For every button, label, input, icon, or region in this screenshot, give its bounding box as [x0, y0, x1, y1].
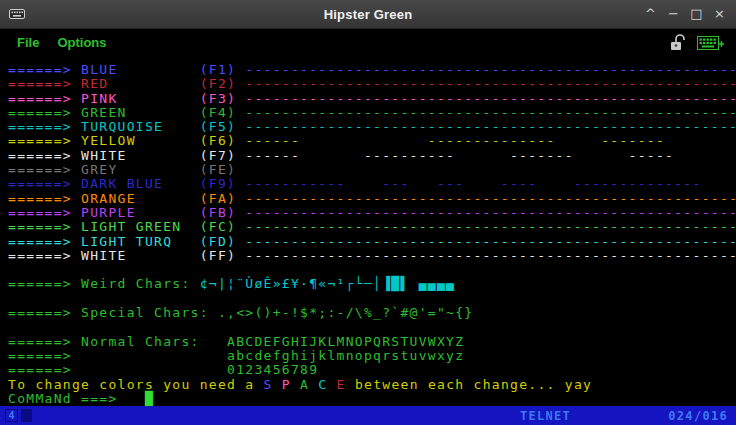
window-controls: ^ − □ × — [641, 4, 736, 24]
terminal-row: ======> PINK (F3) ----------------------… — [8, 92, 736, 106]
terminal-row: ======> BLUE (F1) ----------------------… — [8, 63, 736, 77]
status-bar: 4 TELNET 024/016 — [0, 406, 736, 425]
app-window: Hipster Green ^ − □ × File Options — [0, 0, 736, 425]
unlocked-padlock-icon[interactable] — [668, 34, 688, 51]
close-button[interactable]: × — [710, 4, 729, 24]
menubar: File Options — [0, 29, 736, 56]
terminal-row: ======> GREY (FE) — [8, 163, 736, 177]
minimize-button[interactable]: − — [664, 4, 683, 24]
menu-file[interactable]: File — [8, 31, 48, 54]
terminal-row: ======> Weird Chars: ¢¬|¦¨ÙøÊ»£¥·¶«¬¹┌└─… — [8, 277, 736, 291]
shade-button[interactable]: ^ — [641, 4, 660, 24]
terminal-row: ======> LIGHT TURQ (FD) ----------------… — [8, 235, 736, 249]
terminal-row: ======> TURQUOISE (F5) -----------------… — [8, 120, 736, 134]
keypad-icon[interactable] — [697, 34, 724, 51]
terminal-row: ======> GREEN (F4) ---------------------… — [8, 106, 736, 120]
terminal-row: ======> WHITE (F7) ------ ---------- ---… — [8, 149, 736, 163]
terminal-row: To change colors you need a S P A C E be… — [8, 378, 736, 392]
terminal-row — [8, 320, 736, 334]
terminal-row: ======> DARK BLUE (F9) ----------- --- -… — [8, 177, 736, 191]
terminal-row: ======> abcdefghijklmnopqrstuvwxyz — [8, 349, 736, 363]
terminal-row: ======> PURPLE (FB) --------------------… — [8, 206, 736, 220]
terminal-row: ======> YELLOW (F6) ------ -------------… — [8, 134, 736, 148]
app-keyboard-icon — [9, 8, 25, 20]
window-title: Hipster Green — [0, 7, 736, 22]
terminal-row: ======> ORANGE (FA) --------------------… — [8, 192, 736, 206]
titlebar[interactable]: Hipster Green ^ − □ × — [0, 0, 736, 29]
terminal-row: ======> 0123456789 — [8, 363, 736, 377]
status-protocol: TELNET — [520, 409, 571, 423]
terminal-row: ======> Special Chars: .,<>()+-!$*;:-/\%… — [8, 306, 736, 320]
terminal-row: ======> Normal Chars: ABCDEFGHIJKLMNOPQR… — [8, 335, 736, 349]
terminal-screen[interactable]: ======> BLUE (F1) ----------------------… — [0, 56, 736, 407]
terminal-row: ======> LIGHT GREEN (FC) ---------------… — [8, 220, 736, 234]
menu-options[interactable]: Options — [48, 31, 115, 54]
terminal-row — [8, 292, 736, 306]
maximize-button[interactable]: □ — [687, 4, 706, 24]
status-block-icon — [21, 409, 32, 422]
terminal-row: CoMMaNd ===> █ — [8, 392, 736, 406]
terminal-row: ======> WHITE (FF) ---------------------… — [8, 249, 736, 263]
cursor-position: 024/016 — [668, 409, 728, 423]
connection-indicator: 4 — [5, 409, 18, 422]
terminal-row: ======> RED (F2) -----------------------… — [8, 77, 736, 91]
menubar-icons — [668, 34, 728, 51]
terminal-cursor: █ — [145, 391, 154, 406]
